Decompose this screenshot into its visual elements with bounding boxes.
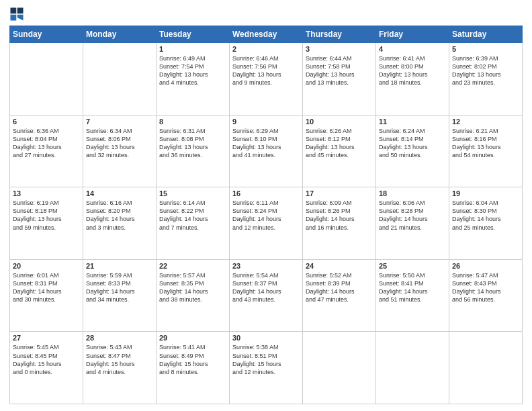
calendar-cell: 5Sunrise: 6:39 AM Sunset: 8:02 PM Daylig… [449, 43, 523, 116]
day-number: 21 [86, 262, 153, 270]
day-info: Sunrise: 5:45 AM Sunset: 8:45 PM Dayligh… [13, 343, 80, 376]
day-info: Sunrise: 6:39 AM Sunset: 8:02 PM Dayligh… [452, 54, 519, 87]
day-info: Sunrise: 6:44 AM Sunset: 7:58 PM Dayligh… [306, 54, 373, 87]
calendar-cell: 19Sunrise: 6:04 AM Sunset: 8:30 PM Dayli… [449, 187, 523, 260]
calendar-cell: 6Sunrise: 6:36 AM Sunset: 8:04 PM Daylig… [10, 115, 83, 187]
calendar-cell: 22Sunrise: 5:57 AM Sunset: 8:35 PM Dayli… [157, 259, 230, 332]
day-number: 20 [13, 262, 80, 270]
calendar-cell: 2Sunrise: 6:46 AM Sunset: 7:56 PM Daylig… [230, 43, 303, 116]
header [9, 7, 523, 21]
calendar-cell: 12Sunrise: 6:21 AM Sunset: 8:16 PM Dayli… [449, 115, 523, 187]
day-info: Sunrise: 5:41 AM Sunset: 8:49 PM Dayligh… [159, 343, 226, 376]
calendar-cell: 8Sunrise: 6:31 AM Sunset: 8:08 PM Daylig… [157, 115, 230, 187]
calendar-cell: 25Sunrise: 5:50 AM Sunset: 8:41 PM Dayli… [376, 259, 449, 332]
day-info: Sunrise: 6:09 AM Sunset: 8:26 PM Dayligh… [306, 199, 373, 232]
day-info: Sunrise: 6:34 AM Sunset: 8:06 PM Dayligh… [86, 127, 153, 160]
weekday-header: Thursday [303, 26, 376, 43]
calendar-cell: 14Sunrise: 6:16 AM Sunset: 8:20 PM Dayli… [83, 187, 157, 260]
day-number: 3 [306, 45, 373, 53]
calendar-week-row: 6Sunrise: 6:36 AM Sunset: 8:04 PM Daylig… [10, 115, 523, 187]
calendar-cell [10, 43, 83, 116]
calendar-cell: 17Sunrise: 6:09 AM Sunset: 8:26 PM Dayli… [303, 187, 376, 260]
day-info: Sunrise: 6:36 AM Sunset: 8:04 PM Dayligh… [13, 127, 80, 160]
day-info: Sunrise: 6:14 AM Sunset: 8:22 PM Dayligh… [159, 199, 226, 232]
day-number: 23 [232, 262, 300, 270]
day-info: Sunrise: 5:59 AM Sunset: 8:33 PM Dayligh… [86, 271, 153, 304]
calendar-cell: 29Sunrise: 5:41 AM Sunset: 8:49 PM Dayli… [157, 332, 230, 404]
day-number: 15 [159, 189, 226, 197]
svg-rect-2 [10, 15, 16, 21]
day-number: 2 [232, 45, 300, 53]
day-number: 16 [232, 189, 300, 197]
calendar-cell: 9Sunrise: 6:29 AM Sunset: 8:10 PM Daylig… [230, 115, 303, 187]
day-info: Sunrise: 6:24 AM Sunset: 8:14 PM Dayligh… [379, 127, 446, 160]
calendar-week-row: 13Sunrise: 6:19 AM Sunset: 8:18 PM Dayli… [10, 187, 523, 260]
day-info: Sunrise: 5:54 AM Sunset: 8:37 PM Dayligh… [232, 271, 300, 304]
calendar-cell: 7Sunrise: 6:34 AM Sunset: 8:06 PM Daylig… [83, 115, 157, 187]
calendar-cell: 18Sunrise: 6:06 AM Sunset: 8:28 PM Dayli… [376, 187, 449, 260]
svg-rect-0 [10, 7, 16, 13]
calendar: SundayMondayTuesdayWednesdayThursdayFrid… [9, 26, 523, 404]
day-number: 19 [452, 189, 519, 197]
calendar-week-row: 20Sunrise: 6:01 AM Sunset: 8:31 PM Dayli… [10, 259, 523, 332]
day-info: Sunrise: 6:26 AM Sunset: 8:12 PM Dayligh… [306, 127, 373, 160]
calendar-cell: 3Sunrise: 6:44 AM Sunset: 7:58 PM Daylig… [303, 43, 376, 116]
calendar-cell: 24Sunrise: 5:52 AM Sunset: 8:39 PM Dayli… [303, 259, 376, 332]
day-info: Sunrise: 6:01 AM Sunset: 8:31 PM Dayligh… [13, 271, 80, 304]
calendar-cell: 16Sunrise: 6:11 AM Sunset: 8:24 PM Dayli… [230, 187, 303, 260]
calendar-cell [303, 332, 376, 404]
day-info: Sunrise: 6:21 AM Sunset: 8:16 PM Dayligh… [452, 127, 519, 160]
day-info: Sunrise: 6:49 AM Sunset: 7:54 PM Dayligh… [159, 54, 226, 87]
day-number: 9 [232, 118, 300, 126]
day-number: 22 [159, 262, 226, 270]
day-number: 6 [13, 118, 80, 126]
day-info: Sunrise: 6:16 AM Sunset: 8:20 PM Dayligh… [86, 199, 153, 232]
day-number: 13 [13, 189, 80, 197]
day-number: 17 [306, 189, 373, 197]
day-number: 27 [13, 334, 80, 342]
day-info: Sunrise: 5:38 AM Sunset: 8:51 PM Dayligh… [232, 343, 300, 376]
calendar-cell: 10Sunrise: 6:26 AM Sunset: 8:12 PM Dayli… [303, 115, 376, 187]
day-number: 4 [379, 45, 446, 53]
calendar-cell: 20Sunrise: 6:01 AM Sunset: 8:31 PM Dayli… [10, 259, 83, 332]
calendar-cell: 15Sunrise: 6:14 AM Sunset: 8:22 PM Dayli… [157, 187, 230, 260]
day-number: 7 [86, 118, 153, 126]
calendar-cell: 1Sunrise: 6:49 AM Sunset: 7:54 PM Daylig… [157, 43, 230, 116]
calendar-cell: 11Sunrise: 6:24 AM Sunset: 8:14 PM Dayli… [376, 115, 449, 187]
calendar-cell: 13Sunrise: 6:19 AM Sunset: 8:18 PM Dayli… [10, 187, 83, 260]
day-info: Sunrise: 6:31 AM Sunset: 8:08 PM Dayligh… [159, 127, 226, 160]
calendar-cell: 28Sunrise: 5:43 AM Sunset: 8:47 PM Dayli… [83, 332, 157, 404]
day-number: 26 [452, 262, 519, 270]
day-info: Sunrise: 6:06 AM Sunset: 8:28 PM Dayligh… [379, 199, 446, 232]
calendar-cell: 27Sunrise: 5:45 AM Sunset: 8:45 PM Dayli… [10, 332, 83, 404]
calendar-cell: 21Sunrise: 5:59 AM Sunset: 8:33 PM Dayli… [83, 259, 157, 332]
day-info: Sunrise: 5:52 AM Sunset: 8:39 PM Dayligh… [306, 271, 373, 304]
day-number: 12 [452, 118, 519, 126]
calendar-cell: 30Sunrise: 5:38 AM Sunset: 8:51 PM Dayli… [230, 332, 303, 404]
weekday-header: Wednesday [230, 26, 303, 43]
page: SundayMondayTuesdayWednesdayThursdayFrid… [0, 0, 532, 411]
day-number: 30 [232, 334, 300, 342]
day-number: 8 [159, 118, 226, 126]
day-number: 29 [159, 334, 226, 342]
day-info: Sunrise: 5:47 AM Sunset: 8:43 PM Dayligh… [452, 271, 519, 304]
weekday-header: Friday [376, 26, 449, 43]
logo-icon [9, 7, 24, 21]
weekday-header: Saturday [449, 26, 523, 43]
day-info: Sunrise: 6:46 AM Sunset: 7:56 PM Dayligh… [232, 54, 300, 87]
calendar-cell: 4Sunrise: 6:41 AM Sunset: 8:00 PM Daylig… [376, 43, 449, 116]
calendar-cell [376, 332, 449, 404]
day-number: 24 [306, 262, 373, 270]
day-info: Sunrise: 6:19 AM Sunset: 8:18 PM Dayligh… [13, 199, 80, 232]
weekday-header: Tuesday [157, 26, 230, 43]
day-info: Sunrise: 5:43 AM Sunset: 8:47 PM Dayligh… [86, 343, 153, 376]
svg-rect-1 [17, 7, 24, 13]
day-info: Sunrise: 6:41 AM Sunset: 8:00 PM Dayligh… [379, 54, 446, 87]
day-info: Sunrise: 6:04 AM Sunset: 8:30 PM Dayligh… [452, 199, 519, 232]
day-info: Sunrise: 6:29 AM Sunset: 8:10 PM Dayligh… [232, 127, 300, 160]
day-number: 14 [86, 189, 153, 197]
calendar-header-row: SundayMondayTuesdayWednesdayThursdayFrid… [10, 26, 523, 43]
day-number: 1 [159, 45, 226, 53]
calendar-cell [83, 43, 157, 116]
svg-marker-3 [17, 15, 24, 21]
